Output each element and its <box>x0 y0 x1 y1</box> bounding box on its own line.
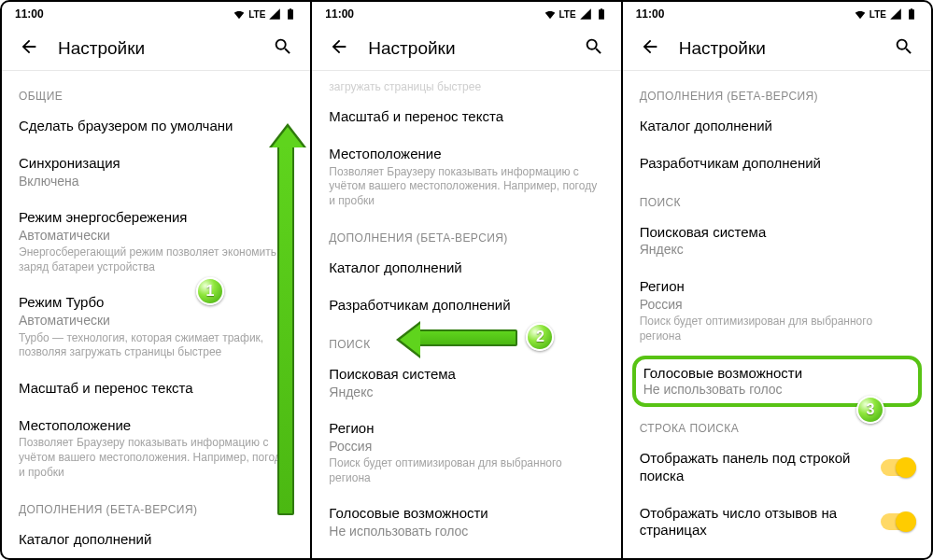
status-time: 11:00 <box>325 7 354 21</box>
item-devs[interactable]: Разработчикам дополнений <box>623 146 931 183</box>
status-icons: LTE <box>233 7 297 21</box>
settings-list[interactable]: ОБЩИЕ Сделать браузером по умолчани Синх… <box>2 71 310 558</box>
item-sync[interactable]: Синхронизация Включена <box>2 146 310 200</box>
item-region[interactable]: Регион Россия Поиск будет оптимизирован … <box>312 411 620 496</box>
page-title: Настройки <box>368 38 577 59</box>
toggle-show-reviews[interactable] <box>881 513 914 530</box>
status-net: LTE <box>559 9 576 20</box>
screen-2: 11:00 LTE Настройки загружать страницы б… <box>310 2 620 558</box>
app-header: Настройки <box>312 26 620 71</box>
item-catalog[interactable]: Каталог дополнений <box>312 250 620 287</box>
status-net: LTE <box>869 9 886 20</box>
item-power[interactable]: Режим энергосбережения Автоматически Эне… <box>2 200 310 285</box>
search-button[interactable] <box>267 31 299 66</box>
search-icon <box>273 36 293 57</box>
signal-icon <box>268 7 281 21</box>
app-header: Настройки <box>2 26 310 71</box>
status-net: LTE <box>248 9 265 20</box>
item-location[interactable]: Местоположение Позволяет Браузеру показы… <box>312 136 620 219</box>
arrow-left-icon <box>640 36 660 57</box>
search-button[interactable] <box>578 31 610 66</box>
wifi-icon <box>233 7 246 21</box>
item-show-panel[interactable]: Отображать панель под строкой поиска <box>623 441 931 496</box>
section-search-bar: СТРОКА ПОИСКА <box>623 409 931 441</box>
screen-1: 11:00 LTE Настройки ОБЩИЕ Сделать браузе… <box>2 2 310 558</box>
settings-list[interactable]: ДОПОЛНЕНИЯ (БЕТА-ВЕРСИЯ) Каталог дополне… <box>623 71 931 558</box>
wifi-icon <box>854 7 867 21</box>
item-region[interactable]: Регион Россия Поиск будет оптимизирован … <box>623 269 931 354</box>
status-time: 11:00 <box>636 7 665 21</box>
wifi-icon <box>544 7 557 21</box>
section-addons: ДОПОЛНЕНИЯ (БЕТА-ВЕРСИЯ) <box>623 77 931 108</box>
item-engine[interactable]: Поисковая система Яндекс <box>312 357 620 411</box>
arrow-scroll-up <box>277 142 294 515</box>
search-button[interactable] <box>888 31 920 66</box>
back-button[interactable] <box>323 31 355 66</box>
back-button[interactable] <box>634 31 666 66</box>
toggle-show-panel[interactable] <box>881 459 914 476</box>
section-search: ПОИСК <box>623 183 931 215</box>
section-general: ОБЩИЕ <box>2 77 310 108</box>
status-icons: LTE <box>854 7 918 21</box>
item-catalog[interactable]: Каталог дополнений <box>2 522 310 558</box>
app-header: Настройки <box>623 26 931 71</box>
item-engine[interactable]: Поисковая система Яндекс <box>623 215 931 269</box>
item-catalog[interactable]: Каталог дополнений <box>623 108 931 146</box>
battery-icon <box>284 7 297 21</box>
item-turbo[interactable]: Режим Турбо Автоматически Турбо — технол… <box>2 285 310 370</box>
signal-icon <box>579 7 592 21</box>
item-zoom[interactable]: Масштаб и перенос текста <box>2 371 310 408</box>
item-zoom[interactable]: Масштаб и перенос текста <box>312 99 620 136</box>
item-default-browser[interactable]: Сделать браузером по умолчани <box>2 108 310 146</box>
settings-list[interactable]: загружать страницы быстрее Масштаб и пер… <box>312 71 620 558</box>
battery-icon <box>905 7 918 21</box>
status-bar: 11:00 LTE <box>2 2 310 26</box>
page-title: Настройки <box>679 38 888 59</box>
status-bar: 11:00 LTE <box>312 2 620 26</box>
signal-icon <box>889 7 902 21</box>
tutorial-container: 11:00 LTE Настройки ОБЩИЕ Сделать браузе… <box>0 0 933 560</box>
screen-3: 11:00 LTE Настройки ДОПОЛНЕНИЯ (БЕТА-ВЕР… <box>621 2 931 558</box>
arrow-left-icon <box>329 36 349 57</box>
search-icon <box>894 36 914 57</box>
arrow-point-search <box>415 329 517 346</box>
item-voice[interactable]: Голосовые возможности Не использовать го… <box>312 496 620 550</box>
status-time: 11:00 <box>15 7 44 21</box>
section-addons: ДОПОЛНЕНИЯ (БЕТА-ВЕРСИЯ) <box>312 218 620 250</box>
battery-icon <box>595 7 608 21</box>
section-addons: ДОПОЛНЕНИЯ (БЕТА-ВЕРСИЯ) <box>2 490 310 522</box>
status-icons: LTE <box>544 7 608 21</box>
step-badge-3: 3 <box>856 396 884 424</box>
item-devs[interactable]: Разработчикам дополнений <box>312 287 620 325</box>
step-badge-1: 1 <box>196 277 224 305</box>
arrow-left-icon <box>19 36 39 57</box>
page-title: Настройки <box>58 38 267 59</box>
search-icon <box>584 36 604 57</box>
item-show-reviews[interactable]: Отображать число отзывов на страницах <box>623 496 931 551</box>
status-bar: 11:00 LTE <box>623 2 931 26</box>
faded-cutoff: загружать страницы быстрее <box>312 77 620 99</box>
back-button[interactable] <box>13 31 45 66</box>
item-location[interactable]: Местоположение Позволяет Браузеру показы… <box>2 408 310 491</box>
